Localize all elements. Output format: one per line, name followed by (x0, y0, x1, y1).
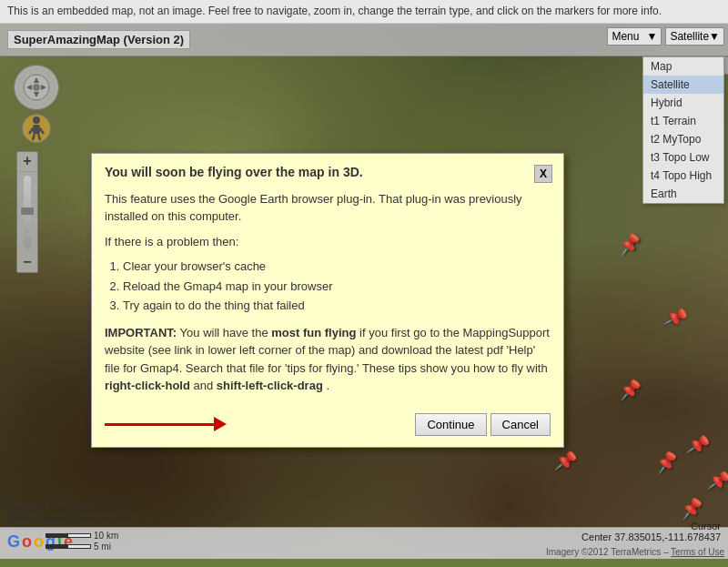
map-container[interactable]: SuperAmazingMap (Version 2) Menu ▼ Satel… (0, 24, 728, 559)
dialog-para1: This feature uses the Google Earth brows… (105, 190, 551, 226)
dialog-important: IMPORTANT: You will have the most fun fl… (105, 324, 551, 395)
right-click-bold: right-click-hold (105, 379, 190, 392)
arrow-line (105, 423, 214, 426)
dialog-title: You will soon be flying over the map in … (105, 165, 527, 179)
dialog-body: This feature uses the Google Earth brows… (92, 183, 563, 413)
dialog-header: You will soon be flying over the map in … (92, 154, 563, 183)
dialog-para2: If there is a problem then: (105, 233, 551, 251)
top-info-text: This is an embedded map, not an image. F… (7, 5, 662, 17)
and-text: and (194, 379, 217, 392)
period-text: . (326, 379, 329, 392)
most-fun-bold: most fun flying (271, 326, 356, 339)
dialog-step-2: Reload the Gmap4 map in your browser (123, 278, 551, 296)
arrow-head (214, 417, 227, 431)
arrow-container (105, 417, 411, 431)
continue-button[interactable]: Continue (415, 413, 486, 436)
red-arrow (105, 417, 227, 431)
dialog-step-3: Try again to do the thing that failed (123, 297, 551, 315)
top-info-bar: This is an embedded map, not an image. F… (0, 0, 728, 24)
shift-click-bold: shift-left-click-drag (217, 379, 323, 392)
dialog-close-button[interactable]: X (534, 165, 552, 183)
flying-dialog: You will soon be flying over the map in … (91, 153, 564, 448)
important-label: IMPORTANT: (105, 326, 177, 339)
dialog-overlay: You will soon be flying over the map in … (0, 24, 728, 559)
dialog-steps-list: Clear your browser's cache Reload the Gm… (123, 258, 551, 315)
cancel-button[interactable]: Cancel (490, 413, 551, 436)
dialog-footer: Continue Cancel (92, 413, 563, 447)
dialog-step-1: Clear your browser's cache (123, 258, 551, 276)
important-text1: You will have the (180, 326, 272, 339)
